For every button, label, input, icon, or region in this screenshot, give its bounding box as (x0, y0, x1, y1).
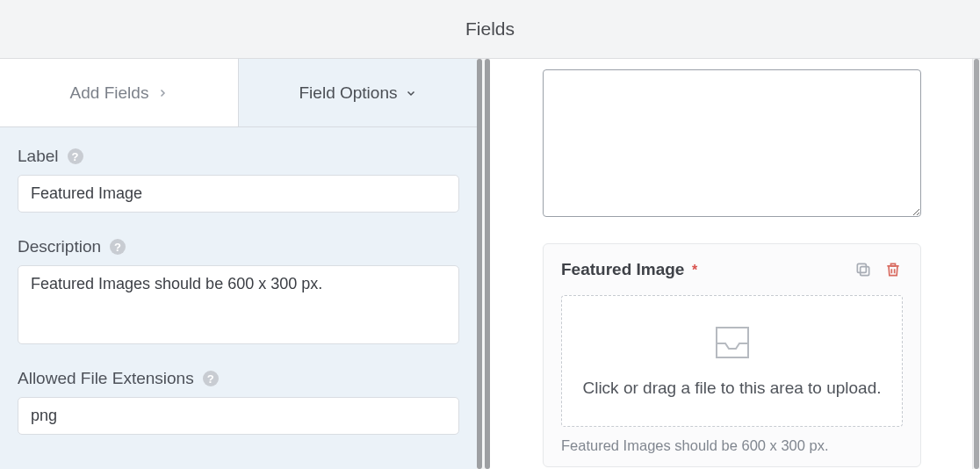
field-options-panel: Label ? Description ? Featured Images sh… (0, 127, 477, 452)
label-title: Label (18, 147, 59, 166)
svg-rect-1 (857, 263, 866, 272)
page-title: Fields (465, 18, 515, 40)
help-icon[interactable]: ? (110, 239, 126, 255)
chevron-down-icon (406, 88, 416, 98)
preview-field-title: Featured Image (561, 260, 684, 278)
panel-divider[interactable] (477, 59, 490, 469)
tab-add-fields-label: Add Fields (70, 83, 149, 103)
preview-header: Featured Image * (561, 260, 903, 279)
dropzone-text: Click or drag a file to this area to upl… (582, 379, 881, 398)
group-description: Description ? Featured Images should be … (18, 237, 459, 344)
preview-textarea-field[interactable] (543, 69, 921, 217)
form-preview: Featured Image * (490, 59, 973, 469)
group-extensions-header: Allowed File Extensions ? (18, 369, 459, 388)
help-icon[interactable]: ? (68, 148, 83, 164)
preview-field-description: Featured Images should be 600 x 300 px. (561, 437, 903, 454)
preview-featured-image-field[interactable]: Featured Image * (543, 243, 921, 467)
tab-field-options[interactable]: Field Options (239, 59, 477, 126)
duplicate-icon[interactable] (854, 260, 873, 279)
group-label-header: Label ? (18, 147, 459, 166)
required-marker: * (692, 263, 697, 278)
preview-actions (854, 260, 903, 279)
trash-icon[interactable] (883, 260, 903, 279)
help-icon[interactable]: ? (203, 371, 219, 386)
extensions-title: Allowed File Extensions (18, 369, 194, 388)
group-label: Label ? (18, 147, 459, 213)
tabs: Add Fields Field Options (0, 59, 477, 127)
preview-title-wrap: Featured Image * (561, 260, 697, 279)
group-description-header: Description ? (18, 237, 459, 256)
chevron-right-icon (157, 88, 168, 98)
topbar: Fields (0, 0, 980, 59)
file-dropzone[interactable]: Click or drag a file to this area to upl… (561, 295, 903, 427)
svg-rect-0 (861, 267, 869, 276)
description-input[interactable]: Featured Images should be 600 x 300 px. (18, 265, 459, 344)
group-extensions: Allowed File Extensions ? (18, 369, 459, 435)
right-scrollbar[interactable] (973, 59, 980, 469)
tab-add-fields[interactable]: Add Fields (0, 59, 239, 126)
workspace: Add Fields Field Options Label ? (0, 59, 980, 469)
inbox-icon (711, 324, 753, 364)
description-title: Description (18, 237, 101, 256)
extensions-input[interactable] (18, 397, 459, 435)
left-panel: Add Fields Field Options Label ? (0, 59, 477, 469)
label-input[interactable] (18, 175, 459, 213)
tab-field-options-label: Field Options (299, 83, 398, 103)
